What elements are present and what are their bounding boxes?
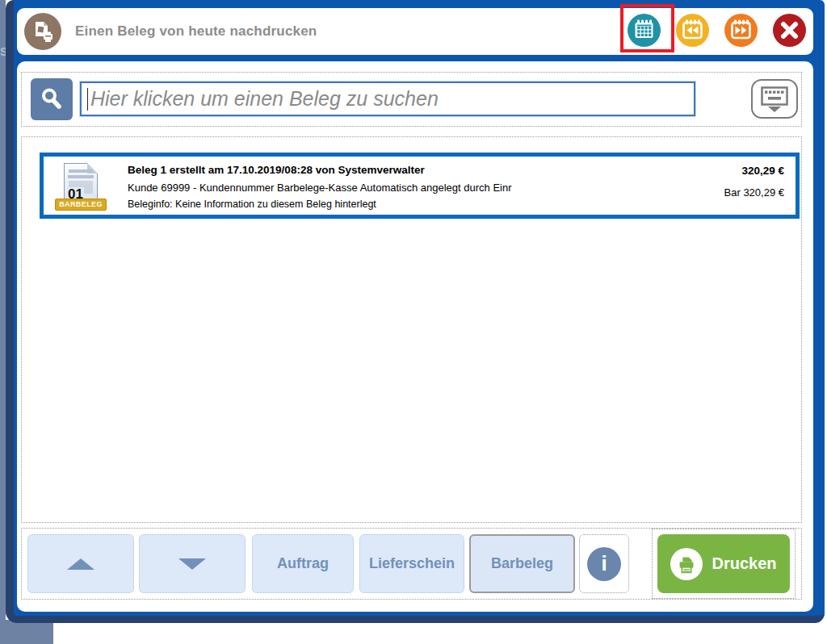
calendar-forward-icon xyxy=(724,14,758,47)
footer-toolbar: Auftrag Lieferschein Barbeleg i xyxy=(21,528,802,600)
receipt-payment-method: Bar 320,29 € xyxy=(666,186,784,199)
tab-auftrag[interactable]: Auftrag xyxy=(252,534,354,593)
previous-day-button[interactable] xyxy=(676,14,709,47)
info-icon-glyph: i xyxy=(601,551,607,576)
search-button[interactable] xyxy=(31,78,73,120)
close-x-icon xyxy=(773,14,806,47)
arrow-up-icon xyxy=(67,558,94,570)
receipt-customer: Kunde 69999 - Kundennummer Barbelege-Kas… xyxy=(128,182,661,194)
document-line xyxy=(69,169,93,173)
background-window-edge: S xyxy=(0,0,6,621)
info-icon: i xyxy=(587,547,621,581)
dialog-content-panel: Hier klicken um einen Beleg zu suchen xyxy=(17,61,813,612)
calendar-rewind-icon xyxy=(676,14,709,47)
tab-barbeleg-label: Barbeleg xyxy=(491,555,553,572)
receipt-amount: 320,29 € xyxy=(666,165,784,177)
printer-icon xyxy=(670,548,703,580)
titlebar-toolbar xyxy=(628,14,806,47)
text-caret xyxy=(87,88,88,111)
receipt-icon-column: 01 BARBELEG xyxy=(44,157,118,215)
receipt-title: Beleg 1 erstellt am 17.10.2019/08:28 von… xyxy=(128,164,661,176)
receipt-list-item[interactable]: 01 BARBELEG Beleg 1 erstellt am 17.10.20… xyxy=(40,153,800,219)
receipt-info: Beleginfo: Keine Information zu diesem B… xyxy=(128,199,661,210)
receipt-text-column: Beleg 1 erstellt am 17.10.2019/08:28 von… xyxy=(118,157,666,215)
document-line xyxy=(68,175,94,178)
tab-barbeleg[interactable]: Barbeleg xyxy=(469,534,575,593)
background-window-corner xyxy=(0,620,53,644)
search-section: Hier klicken um einen Beleg zu suchen xyxy=(21,72,802,127)
receipt-list: 01 BARBELEG Beleg 1 erstellt am 17.10.20… xyxy=(21,136,802,523)
arrow-down-icon xyxy=(178,558,206,570)
tab-auftrag-label: Auftrag xyxy=(277,555,329,572)
print-button[interactable]: Drucken xyxy=(657,534,790,593)
print-button-label: Drucken xyxy=(712,554,776,573)
virtual-keyboard-button[interactable] xyxy=(751,79,798,119)
chevron-down-icon xyxy=(768,107,781,112)
search-icon xyxy=(37,85,66,114)
barbeleg-badge: BARBELEG xyxy=(55,199,107,211)
search-placeholder: Hier klicken um einen Beleg zu suchen xyxy=(90,87,439,111)
keyboard-icon xyxy=(761,86,788,106)
close-button[interactable] xyxy=(773,14,806,47)
receipt-print-icon xyxy=(24,13,61,50)
print-button-wrap: Drucken xyxy=(652,529,796,599)
search-input[interactable]: Hier klicken um einen Beleg zu suchen xyxy=(80,82,695,116)
calendar-grid-icon xyxy=(628,14,661,47)
document-icon: 01 xyxy=(64,163,98,203)
tab-lieferschein-label: Lieferschein xyxy=(369,555,455,572)
scroll-down-button[interactable] xyxy=(139,534,246,593)
tab-lieferschein[interactable]: Lieferschein xyxy=(359,534,464,593)
calendar-button[interactable] xyxy=(628,14,661,47)
next-day-button[interactable] xyxy=(724,14,758,47)
info-button[interactable]: i xyxy=(579,534,629,593)
receipt-amount-column: 320,29 € Bar 320,29 € xyxy=(666,157,796,215)
scroll-up-button[interactable] xyxy=(27,534,134,593)
screen: S Einen Beleg von heute nachdrucken xyxy=(0,0,827,644)
dialog-title: Einen Beleg von heute nachdrucken xyxy=(75,8,317,55)
